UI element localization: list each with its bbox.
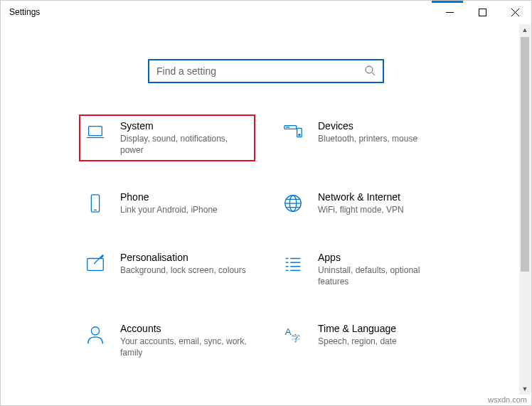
titlebar: Settings: [1, 1, 531, 23]
svg-point-29: [91, 327, 99, 335]
scroll-down-arrow[interactable]: ▼: [519, 383, 531, 395]
svg-rect-6: [89, 127, 102, 136]
category-desc: Link your Android, iPhone: [120, 204, 218, 215]
category-desc: Uninstall, defaults, optional features: [318, 265, 446, 287]
category-text: Phone Link your Android, iPhone: [120, 191, 218, 215]
category-title: Network & Internet: [318, 191, 404, 203]
minimize-button[interactable]: [433, 1, 466, 23]
category-text: Network & Internet WiFi, flight mode, VP…: [318, 191, 404, 215]
category-apps[interactable]: Apps Uninstall, defaults, optional featu…: [277, 246, 453, 293]
category-title: Personalisation: [120, 252, 246, 263]
svg-point-4: [366, 66, 373, 73]
category-personalisation[interactable]: Personalisation Background, lock screen,…: [79, 246, 255, 293]
person-icon: [83, 323, 107, 347]
language-icon: A字: [281, 323, 305, 347]
category-text: Apps Uninstall, defaults, optional featu…: [318, 252, 446, 287]
category-text: System Display, sound, notifications, po…: [120, 120, 248, 156]
svg-text:字: 字: [292, 333, 300, 343]
category-title: Time & Language: [318, 323, 397, 334]
category-devices[interactable]: Devices Bluetooth, printers, mouse: [277, 114, 453, 161]
category-title: System: [120, 120, 248, 132]
category-system[interactable]: System Display, sound, notifications, po…: [79, 114, 255, 161]
search-area: [1, 59, 531, 83]
search-input[interactable]: [156, 65, 364, 77]
laptop-icon: [83, 120, 107, 144]
svg-rect-12: [91, 195, 99, 212]
svg-point-10: [299, 134, 300, 136]
category-desc: Your accounts, email, sync, work, family: [120, 336, 248, 358]
globe-icon: [281, 191, 305, 215]
category-title: Accounts: [120, 323, 248, 334]
category-text: Accounts Your accounts, email, sync, wor…: [120, 323, 248, 358]
scrollbar-thumb[interactable]: [521, 37, 529, 272]
category-text: Personalisation Background, lock screen,…: [120, 252, 246, 276]
category-accounts[interactable]: Accounts Your accounts, email, sync, wor…: [79, 317, 255, 364]
scrollbar[interactable]: ▲ ▼: [519, 24, 531, 395]
apps-icon: [281, 252, 305, 276]
category-title: Phone: [120, 191, 218, 203]
svg-rect-1: [479, 9, 486, 16]
category-network[interactable]: Network & Internet WiFi, flight mode, VP…: [277, 186, 453, 221]
devices-icon: [281, 120, 305, 144]
search-icon: [364, 65, 376, 78]
category-desc: Background, lock screen, colours: [120, 265, 246, 276]
category-title: Devices: [318, 120, 417, 132]
category-desc: Display, sound, notifications, power: [120, 133, 248, 156]
category-title: Apps: [318, 252, 446, 263]
window-title: Settings: [9, 7, 40, 17]
watermark: wsxdn.com: [488, 395, 527, 404]
category-desc: WiFi, flight mode, VPN: [318, 204, 404, 215]
category-text: Devices Bluetooth, printers, mouse: [318, 120, 417, 144]
search-box[interactable]: [148, 59, 384, 83]
maximize-button[interactable]: [466, 1, 499, 23]
close-button[interactable]: [499, 1, 531, 23]
category-grid: System Display, sound, notifications, po…: [1, 114, 531, 364]
category-desc: Speech, region, date: [318, 336, 397, 347]
paint-icon: [83, 252, 107, 276]
category-text: Time & Language Speech, region, date: [318, 323, 397, 347]
category-time-language[interactable]: A字 Time & Language Speech, region, date: [277, 317, 453, 364]
svg-line-5: [372, 73, 375, 75]
phone-icon: [83, 191, 107, 215]
window-controls: [433, 1, 531, 23]
scroll-up-arrow[interactable]: ▲: [519, 24, 531, 36]
svg-rect-19: [87, 258, 104, 270]
svg-text:A: A: [285, 326, 292, 337]
content-area: System Display, sound, notifications, po…: [1, 23, 531, 405]
category-desc: Bluetooth, printers, mouse: [318, 133, 417, 144]
category-phone[interactable]: Phone Link your Android, iPhone: [79, 186, 255, 221]
